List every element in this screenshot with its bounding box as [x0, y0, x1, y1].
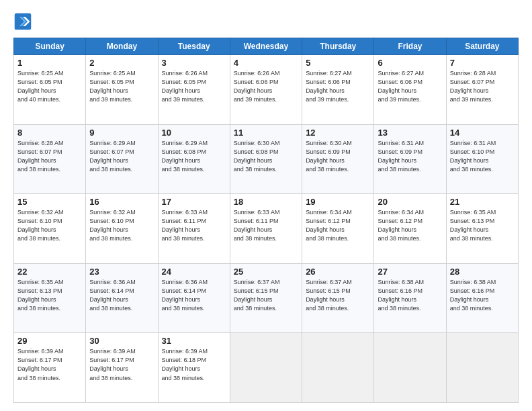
day-cell-21: 21 Sunrise: 6:35 AMSunset: 6:13 PMDaylig… [446, 194, 518, 264]
day-cell-29: 29 Sunrise: 6:39 AMSunset: 6:17 PMDaylig… [14, 333, 86, 403]
day-number: 27 [378, 267, 442, 277]
weekday-header-sunday: Sunday [14, 38, 86, 55]
day-cell-8: 8 Sunrise: 6:28 AMSunset: 6:07 PMDayligh… [14, 124, 86, 194]
day-number: 24 [162, 267, 226, 277]
day-cell-28: 28 Sunrise: 6:38 AMSunset: 6:16 PMDaylig… [446, 263, 518, 333]
day-info: Sunrise: 6:37 AMSunset: 6:15 PMDaylight … [306, 278, 370, 313]
day-number: 4 [234, 58, 298, 68]
calendar-table: SundayMondayTuesdayWednesdayThursdayFrid… [13, 38, 519, 403]
day-number: 3 [162, 58, 226, 68]
weekday-header-wednesday: Wednesday [230, 38, 302, 55]
day-number: 30 [89, 336, 154, 346]
calendar-week-1: 1 Sunrise: 6:25 AMSunset: 6:05 PMDayligh… [14, 55, 519, 125]
day-number: 22 [17, 267, 82, 277]
day-cell-6: 6 Sunrise: 6:27 AMSunset: 6:06 PMDayligh… [374, 55, 446, 125]
day-cell-27: 27 Sunrise: 6:38 AMSunset: 6:16 PMDaylig… [374, 263, 446, 333]
day-cell-15: 15 Sunrise: 6:32 AMSunset: 6:10 PMDaylig… [14, 194, 86, 264]
day-info: Sunrise: 6:38 AMSunset: 6:16 PMDaylight … [378, 278, 442, 313]
header [13, 12, 519, 31]
day-cell-9: 9 Sunrise: 6:29 AMSunset: 6:07 PMDayligh… [86, 124, 158, 194]
day-info: Sunrise: 6:39 AMSunset: 6:17 PMDaylight … [17, 347, 82, 382]
empty-cell [302, 333, 374, 403]
day-number: 19 [306, 197, 370, 207]
day-info: Sunrise: 6:28 AMSunset: 6:07 PMDaylight … [450, 69, 515, 104]
day-cell-24: 24 Sunrise: 6:36 AMSunset: 6:14 PMDaylig… [158, 263, 230, 333]
day-cell-17: 17 Sunrise: 6:33 AMSunset: 6:11 PMDaylig… [158, 194, 230, 264]
day-info: Sunrise: 6:27 AMSunset: 6:06 PMDaylight … [378, 69, 442, 104]
logo-icon [13, 12, 32, 31]
day-info: Sunrise: 6:35 AMSunset: 6:13 PMDaylight … [450, 208, 515, 243]
weekday-header-thursday: Thursday [302, 38, 374, 55]
weekday-header-friday: Friday [374, 38, 446, 55]
day-number: 11 [234, 128, 298, 138]
day-cell-5: 5 Sunrise: 6:27 AMSunset: 6:06 PMDayligh… [302, 55, 374, 125]
day-cell-19: 19 Sunrise: 6:34 AMSunset: 6:12 PMDaylig… [302, 194, 374, 264]
day-cell-7: 7 Sunrise: 6:28 AMSunset: 6:07 PMDayligh… [446, 55, 518, 125]
day-cell-16: 16 Sunrise: 6:32 AMSunset: 6:10 PMDaylig… [86, 194, 158, 264]
day-info: Sunrise: 6:27 AMSunset: 6:06 PMDaylight … [306, 69, 370, 104]
logo [13, 12, 35, 31]
day-number: 20 [378, 197, 442, 207]
day-cell-20: 20 Sunrise: 6:34 AMSunset: 6:12 PMDaylig… [374, 194, 446, 264]
day-number: 2 [89, 58, 154, 68]
day-number: 12 [306, 128, 370, 138]
day-info: Sunrise: 6:33 AMSunset: 6:11 PMDaylight … [162, 208, 226, 243]
day-cell-22: 22 Sunrise: 6:35 AMSunset: 6:13 PMDaylig… [14, 263, 86, 333]
day-cell-11: 11 Sunrise: 6:30 AMSunset: 6:08 PMDaylig… [230, 124, 302, 194]
day-cell-25: 25 Sunrise: 6:37 AMSunset: 6:15 PMDaylig… [230, 263, 302, 333]
day-cell-26: 26 Sunrise: 6:37 AMSunset: 6:15 PMDaylig… [302, 263, 374, 333]
day-number: 16 [89, 197, 154, 207]
day-cell-30: 30 Sunrise: 6:39 AMSunset: 6:17 PMDaylig… [86, 333, 158, 403]
day-info: Sunrise: 6:38 AMSunset: 6:16 PMDaylight … [450, 278, 515, 313]
day-number: 17 [162, 197, 226, 207]
day-number: 21 [450, 197, 515, 207]
day-number: 9 [89, 128, 154, 138]
day-info: Sunrise: 6:30 AMSunset: 6:09 PMDaylight … [306, 139, 370, 174]
day-info: Sunrise: 6:32 AMSunset: 6:10 PMDaylight … [17, 208, 82, 243]
day-number: 26 [306, 267, 370, 277]
day-info: Sunrise: 6:34 AMSunset: 6:12 PMDaylight … [378, 208, 442, 243]
day-info: Sunrise: 6:36 AMSunset: 6:14 PMDaylight … [89, 278, 154, 313]
day-number: 1 [17, 58, 82, 68]
day-number: 7 [450, 58, 515, 68]
day-info: Sunrise: 6:29 AMSunset: 6:07 PMDaylight … [89, 139, 154, 174]
day-cell-14: 14 Sunrise: 6:31 AMSunset: 6:10 PMDaylig… [446, 124, 518, 194]
day-cell-10: 10 Sunrise: 6:29 AMSunset: 6:08 PMDaylig… [158, 124, 230, 194]
weekday-header-row: SundayMondayTuesdayWednesdayThursdayFrid… [14, 38, 519, 55]
day-number: 28 [450, 267, 515, 277]
day-info: Sunrise: 6:32 AMSunset: 6:10 PMDaylight … [89, 208, 154, 243]
day-info: Sunrise: 6:30 AMSunset: 6:08 PMDaylight … [234, 139, 298, 174]
day-number: 8 [17, 128, 82, 138]
calendar-week-3: 15 Sunrise: 6:32 AMSunset: 6:10 PMDaylig… [14, 194, 519, 264]
page: SundayMondayTuesdayWednesdayThursdayFrid… [0, 0, 532, 411]
day-info: Sunrise: 6:35 AMSunset: 6:13 PMDaylight … [17, 278, 82, 313]
day-info: Sunrise: 6:25 AMSunset: 6:05 PMDaylight … [89, 69, 154, 104]
day-cell-3: 3 Sunrise: 6:26 AMSunset: 6:05 PMDayligh… [158, 55, 230, 125]
calendar-week-4: 22 Sunrise: 6:35 AMSunset: 6:13 PMDaylig… [14, 263, 519, 333]
day-info: Sunrise: 6:31 AMSunset: 6:10 PMDaylight … [450, 139, 515, 174]
calendar-week-5: 29 Sunrise: 6:39 AMSunset: 6:17 PMDaylig… [14, 333, 519, 403]
day-cell-4: 4 Sunrise: 6:26 AMSunset: 6:06 PMDayligh… [230, 55, 302, 125]
weekday-header-saturday: Saturday [446, 38, 518, 55]
empty-cell [230, 333, 302, 403]
day-info: Sunrise: 6:31 AMSunset: 6:09 PMDaylight … [378, 139, 442, 174]
day-cell-12: 12 Sunrise: 6:30 AMSunset: 6:09 PMDaylig… [302, 124, 374, 194]
day-number: 6 [378, 58, 442, 68]
day-number: 31 [162, 336, 226, 346]
day-info: Sunrise: 6:28 AMSunset: 6:07 PMDaylight … [17, 139, 82, 174]
day-number: 25 [234, 267, 298, 277]
weekday-header-tuesday: Tuesday [158, 38, 230, 55]
day-info: Sunrise: 6:29 AMSunset: 6:08 PMDaylight … [162, 139, 226, 174]
day-number: 14 [450, 128, 515, 138]
day-info: Sunrise: 6:25 AMSunset: 6:05 PMDaylight … [17, 69, 82, 104]
day-info: Sunrise: 6:26 AMSunset: 6:06 PMDaylight … [234, 69, 298, 104]
empty-cell [446, 333, 518, 403]
day-cell-23: 23 Sunrise: 6:36 AMSunset: 6:14 PMDaylig… [86, 263, 158, 333]
day-number: 5 [306, 58, 370, 68]
day-info: Sunrise: 6:34 AMSunset: 6:12 PMDaylight … [306, 208, 370, 243]
day-cell-1: 1 Sunrise: 6:25 AMSunset: 6:05 PMDayligh… [14, 55, 86, 125]
weekday-header-monday: Monday [86, 38, 158, 55]
day-number: 29 [17, 336, 82, 346]
day-info: Sunrise: 6:39 AMSunset: 6:17 PMDaylight … [89, 347, 154, 382]
day-info: Sunrise: 6:36 AMSunset: 6:14 PMDaylight … [162, 278, 226, 313]
